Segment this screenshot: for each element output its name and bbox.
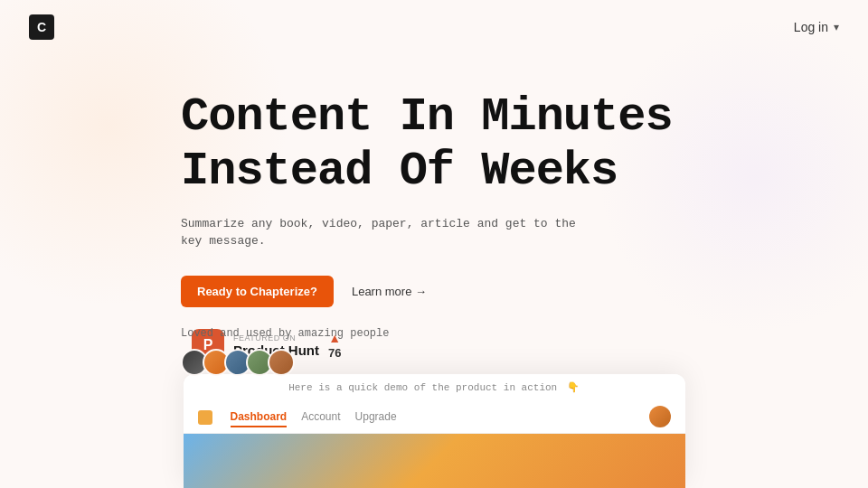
hero-subtitle: Summarize any book, video, paper, articl… [181, 215, 597, 250]
demo-card: Here is a quick demo of the product in a… [184, 374, 685, 488]
avatar [268, 349, 295, 376]
hero-title-line2: Instead Of Weeks [181, 145, 618, 198]
avatar-group [181, 349, 868, 376]
hero-buttons: Ready to Chapterize? Learn more → [181, 276, 868, 307]
cta-primary-button[interactable]: Ready to Chapterize? [181, 276, 334, 307]
demo-nav-dashboard[interactable]: Dashboard [231, 407, 288, 427]
cta-secondary-button[interactable]: Learn more → [352, 285, 427, 298]
demo-hint-text: Here is a quick demo of the product in a… [288, 382, 557, 393]
demo-nav-upgrade[interactable]: Upgrade [355, 407, 397, 427]
login-button[interactable]: Log in ▾ [794, 20, 839, 34]
demo-hint: Here is a quick demo of the product in a… [184, 374, 685, 400]
demo-nav-icon [198, 408, 216, 425]
social-proof-text: Loved and used by amazing people [181, 327, 868, 340]
demo-nav-right [649, 406, 671, 427]
social-proof: Loved and used by amazing people [181, 327, 868, 376]
logo[interactable]: C [29, 14, 54, 40]
hero-title: Content In Minutes Instead Of Weeks [181, 90, 678, 199]
hero-title-line1: Content In Minutes [181, 90, 673, 144]
demo-hint-emoji: 👇 [567, 382, 580, 393]
demo-nav: Dashboard Account Upgrade [184, 400, 685, 434]
login-label: Log in [794, 20, 828, 34]
hero-section: Content In Minutes Instead Of Weeks Summ… [0, 54, 868, 376]
login-arrow: ▾ [834, 21, 839, 33]
demo-user-avatar [649, 406, 671, 427]
demo-browser-preview [184, 434, 685, 488]
demo-nav-account[interactable]: Account [301, 407, 340, 427]
logo-icon: C [37, 20, 46, 34]
navbar: C Log in ▾ [0, 0, 868, 54]
